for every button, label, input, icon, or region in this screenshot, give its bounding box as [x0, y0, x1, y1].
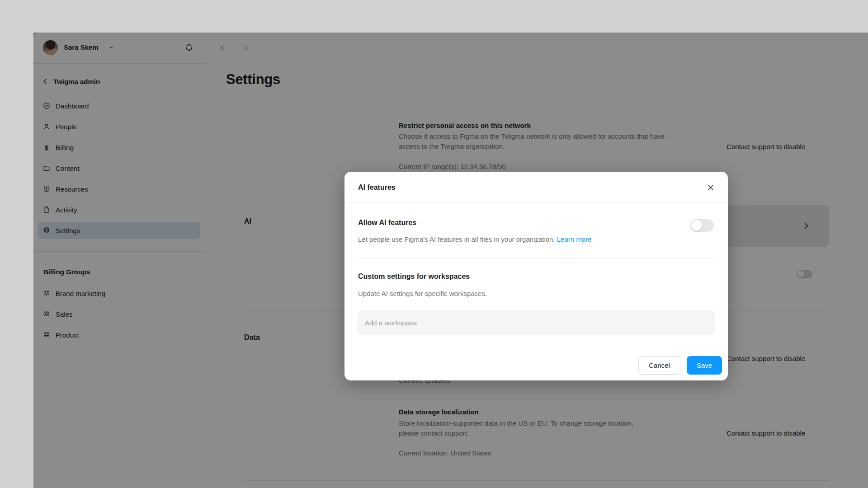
modal-footer: Cancel Save [638, 356, 722, 375]
modal-divider [358, 258, 714, 258]
allow-ai-description: Let people use Figma's AI features in al… [358, 235, 592, 243]
ai-features-modal: AI features Allow AI features Let people… [344, 172, 728, 380]
allow-ai-toggle[interactable] [690, 219, 714, 232]
learn-more-link[interactable]: Learn more [557, 235, 592, 243]
allow-desc-text: Let people use Figma's AI features in al… [358, 235, 555, 243]
save-button[interactable]: Save [687, 356, 722, 375]
toggle-knob [691, 220, 702, 231]
allow-ai-features-label: Allow AI features [358, 219, 416, 227]
custom-settings-label: Custom settings for workspaces [358, 272, 470, 281]
cancel-button[interactable]: Cancel [638, 356, 680, 375]
close-icon[interactable] [704, 181, 717, 194]
modal-title: AI features [358, 183, 396, 192]
modal-header: AI features [344, 172, 728, 202]
custom-settings-description: Update AI settings for specific workspac… [358, 290, 487, 297]
workspace-input[interactable] [357, 310, 715, 335]
